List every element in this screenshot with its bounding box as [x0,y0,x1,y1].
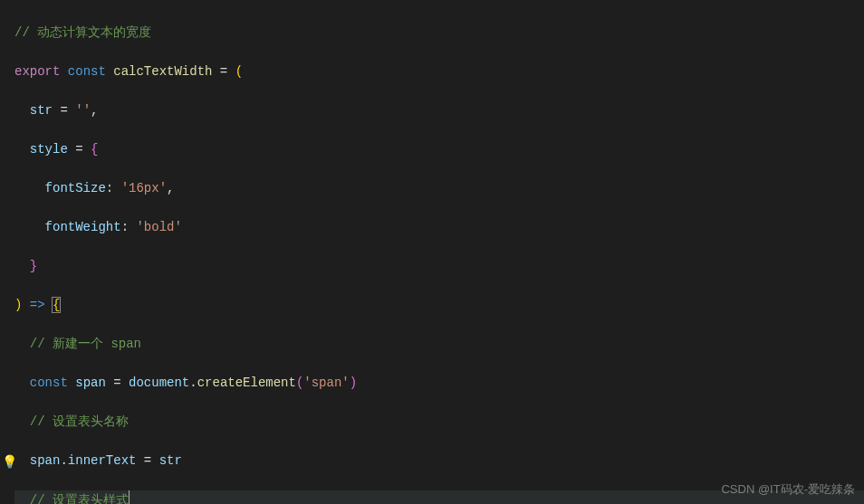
property: innerText [68,453,137,468]
function-name: calcTextWidth [113,64,212,79]
keyword: export [14,64,60,79]
comment: // 新建一个 span [30,337,141,351]
string: 'span' [303,376,349,390]
string: 'bold' [136,220,181,234]
brace: { [52,297,61,313]
arrow: => [22,298,53,312]
variable: span [30,453,61,468]
param: style [30,142,68,157]
keyword: const [30,376,68,390]
object: document [129,376,189,390]
method: createElement [197,376,296,390]
string: '16px' [121,181,167,195]
param: str [30,103,53,118]
property: fontSize [45,181,106,195]
string: '' [75,103,91,118]
lightbulb-icon[interactable]: 💡 [2,453,17,473]
paren: ( [235,64,243,79]
code-editor[interactable]: // 动态计算文本的宽度 export const calcTextWidth … [0,0,864,504]
keyword: const [68,64,106,79]
comment: // 设置表头样式 [30,493,129,505]
property: fontWeight [45,220,121,234]
watermark: CSDN @IT码农-爱吃辣条 [721,480,855,499]
comment: // 设置表头名称 [30,414,129,429]
text-cursor [129,490,130,505]
variable: span [75,376,106,390]
comment: // 动态计算文本的宽度 [14,25,151,40]
brace: } [30,259,37,273]
brace: { [91,142,98,157]
variable: str [159,453,182,468]
